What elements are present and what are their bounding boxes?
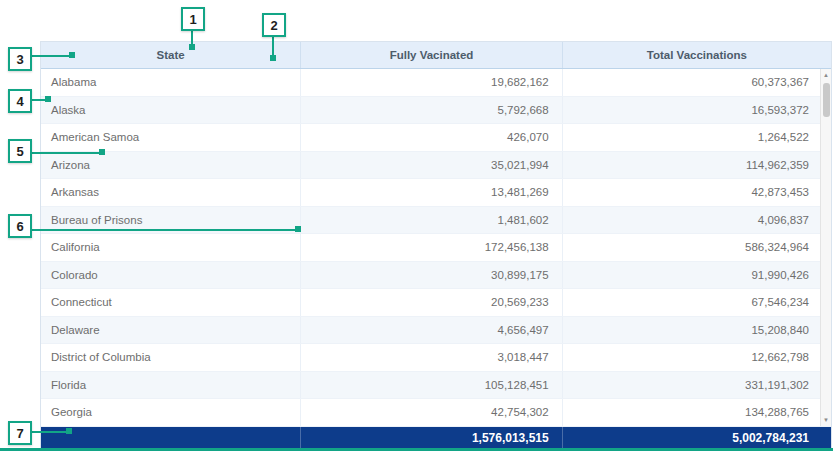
fully-vaccinated-cell: 3,018,447 [301, 344, 562, 371]
state-cell: Delaware [41, 317, 301, 344]
fully-vaccinated-cell: 4,656,497 [301, 317, 562, 344]
table-summary-row: 1,576,013,515 5,002,784,231 [41, 427, 831, 449]
total-vaccinations-cell: 4,096,837 [563, 207, 831, 234]
total-vaccinations-cell: 114,962,359 [563, 152, 831, 179]
vaccination-table: State Fully Vacinated Total Vaccinations… [40, 41, 832, 450]
state-cell: Alaska [41, 97, 301, 124]
fully-vaccinated-cell: 105,128,451 [301, 372, 562, 399]
table-row[interactable]: Arkansas 13,481,269 42,873,453 [41, 179, 831, 207]
scroll-down-icon[interactable]: ▼ [821, 414, 831, 426]
state-cell: American Samoa [41, 124, 301, 151]
bottom-annotation-line [0, 448, 833, 451]
table-row[interactable]: District of Columbia 3,018,447 12,662,79… [41, 344, 831, 372]
state-cell: Alabama [41, 69, 301, 96]
callout-2: 2 [262, 13, 286, 37]
total-vaccinations-cell: 42,873,453 [563, 179, 831, 206]
scrollbar-thumb[interactable] [823, 83, 830, 117]
table-body: Alabama 19,682,162 60,373,367 Alaska 5,7… [41, 69, 831, 427]
table-row[interactable]: Delaware 4,656,497 15,208,840 [41, 317, 831, 345]
callout-4-dot [45, 96, 51, 102]
fully-vaccinated-cell: 19,682,162 [301, 69, 562, 96]
callout-1-label: 1 [189, 12, 196, 27]
total-vaccinations-cell: 331,191,302 [563, 372, 831, 399]
state-cell: Connecticut [41, 289, 301, 316]
total-vaccinations-cell: 67,546,234 [563, 289, 831, 316]
total-vaccinations-cell: 1,264,522 [563, 124, 831, 151]
table-row[interactable]: Alabama 19,682,162 60,373,367 [41, 69, 831, 97]
callout-6-dot [295, 226, 301, 232]
column-header-state[interactable]: State [41, 42, 301, 68]
state-cell: Colorado [41, 262, 301, 289]
scroll-up-icon[interactable]: ▲ [821, 69, 831, 81]
summary-fully-vaccinated-cell: 1,576,013,515 [301, 427, 562, 449]
total-vaccinations-cell: 15,208,840 [563, 317, 831, 344]
callout-4: 4 [8, 89, 32, 113]
state-cell: Florida [41, 372, 301, 399]
callout-4-label: 4 [16, 94, 23, 109]
total-vaccinations-cell: 134,288,765 [563, 399, 831, 426]
state-cell: California [41, 234, 301, 261]
table-row[interactable]: Connecticut 20,569,233 67,546,234 [41, 289, 831, 317]
fully-vaccinated-cell: 30,899,175 [301, 262, 562, 289]
callout-3-dot [69, 52, 75, 58]
table-row[interactable]: American Samoa 426,070 1,264,522 [41, 124, 831, 152]
table-row[interactable]: Florida 105,128,451 331,191,302 [41, 372, 831, 400]
fully-vaccinated-cell: 35,021,994 [301, 152, 562, 179]
total-vaccinations-cell: 60,373,367 [563, 69, 831, 96]
callout-7-label: 7 [16, 426, 23, 441]
callout-1-dot [189, 44, 195, 50]
page: State Fully Vacinated Total Vaccinations… [0, 0, 833, 453]
callout-7-line [32, 431, 70, 433]
table-row[interactable]: Arizona 35,021,994 114,962,359 [41, 152, 831, 180]
callout-5-line [32, 152, 102, 154]
callout-7-dot [66, 428, 72, 434]
total-vaccinations-cell: 16,593,372 [563, 97, 831, 124]
callout-6-line [32, 229, 298, 231]
state-cell: Georgia [41, 399, 301, 426]
total-vaccinations-cell: 586,324,964 [563, 234, 831, 261]
state-cell: Arkansas [41, 179, 301, 206]
callout-3-line [32, 55, 72, 57]
fully-vaccinated-cell: 172,456,138 [301, 234, 562, 261]
callout-1: 1 [181, 7, 205, 31]
table-row[interactable]: Georgia 42,754,302 134,288,765 [41, 399, 831, 427]
summary-state-cell [41, 427, 301, 449]
state-cell: Arizona [41, 152, 301, 179]
fully-vaccinated-cell: 20,569,233 [301, 289, 562, 316]
total-vaccinations-cell: 91,990,426 [563, 262, 831, 289]
fully-vaccinated-cell: 426,070 [301, 124, 562, 151]
total-vaccinations-cell: 12,662,798 [563, 344, 831, 371]
table-row[interactable]: Colorado 30,899,175 91,990,426 [41, 262, 831, 290]
column-header-total-vaccinations[interactable]: Total Vaccinations [563, 42, 831, 68]
fully-vaccinated-cell: 13,481,269 [301, 179, 562, 206]
callout-3-label: 3 [16, 52, 23, 67]
state-cell: District of Columbia [41, 344, 301, 371]
callout-6: 6 [8, 214, 32, 238]
column-header-fully-vaccinated[interactable]: Fully Vacinated [301, 42, 562, 68]
table-header-row: State Fully Vacinated Total Vaccinations [41, 42, 831, 69]
callout-2-label: 2 [270, 18, 277, 33]
table-row[interactable]: California 172,456,138 586,324,964 [41, 234, 831, 262]
callout-7: 7 [8, 421, 32, 445]
callout-2-dot [270, 55, 276, 61]
callout-5-dot [99, 149, 105, 155]
summary-total-vaccinations-cell: 5,002,784,231 [563, 427, 831, 449]
fully-vaccinated-cell: 5,792,668 [301, 97, 562, 124]
fully-vaccinated-cell: 1,481,602 [301, 207, 562, 234]
vertical-scrollbar[interactable]: ▲ ▼ [820, 69, 831, 426]
table-row[interactable]: Alaska 5,792,668 16,593,372 [41, 97, 831, 125]
fully-vaccinated-cell: 42,754,302 [301, 399, 562, 426]
callout-6-label: 6 [16, 219, 23, 234]
callout-5-label: 5 [16, 144, 23, 159]
callout-3: 3 [8, 47, 32, 71]
callout-5: 5 [8, 139, 32, 163]
